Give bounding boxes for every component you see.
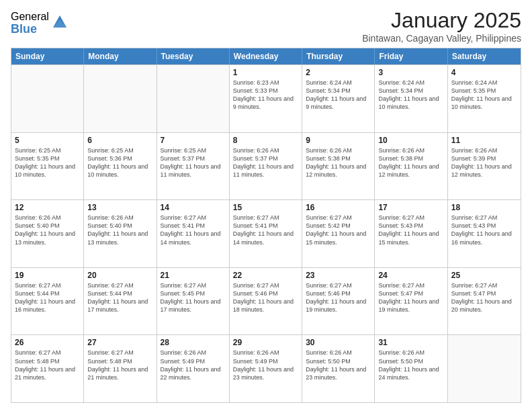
- calendar-cell: 13Sunrise: 6:26 AM Sunset: 5:40 PM Dayli…: [84, 200, 157, 267]
- header-cell-friday: Friday: [375, 48, 447, 64]
- logo-blue: Blue: [11, 23, 49, 36]
- calendar-row-4: 26Sunrise: 6:27 AM Sunset: 5:48 PM Dayli…: [11, 334, 521, 402]
- calendar-cell: 16Sunrise: 6:27 AM Sunset: 5:42 PM Dayli…: [302, 200, 375, 267]
- cell-info: Sunrise: 6:27 AM Sunset: 5:43 PM Dayligh…: [451, 214, 512, 245]
- day-number: 2: [306, 68, 371, 77]
- calendar-cell: 10Sunrise: 6:26 AM Sunset: 5:38 PM Dayli…: [375, 133, 447, 200]
- logo-general: General: [11, 11, 49, 23]
- calendar-row-1: 5Sunrise: 6:25 AM Sunset: 5:35 PM Daylig…: [11, 132, 521, 200]
- calendar-cell: 15Sunrise: 6:27 AM Sunset: 5:41 PM Dayli…: [230, 200, 302, 267]
- calendar-row-3: 19Sunrise: 6:27 AM Sunset: 5:44 PM Dayli…: [11, 267, 521, 335]
- calendar-row-2: 12Sunrise: 6:26 AM Sunset: 5:40 PM Dayli…: [11, 199, 521, 267]
- calendar-cell: 12Sunrise: 6:26 AM Sunset: 5:40 PM Dayli…: [11, 200, 84, 267]
- calendar-cell: 11Sunrise: 6:26 AM Sunset: 5:39 PM Dayli…: [448, 133, 521, 200]
- day-number: 20: [87, 271, 152, 280]
- calendar-cell: 23Sunrise: 6:27 AM Sunset: 5:46 PM Dayli…: [302, 268, 375, 335]
- cell-info: Sunrise: 6:24 AM Sunset: 5:35 PM Dayligh…: [451, 79, 512, 110]
- header-cell-monday: Monday: [84, 48, 157, 64]
- cell-info: Sunrise: 6:27 AM Sunset: 5:41 PM Dayligh…: [161, 214, 221, 245]
- calendar-cell: 6Sunrise: 6:25 AM Sunset: 5:36 PM Daylig…: [84, 133, 157, 200]
- calendar-cell: 7Sunrise: 6:25 AM Sunset: 5:37 PM Daylig…: [157, 133, 230, 200]
- day-number: 7: [161, 136, 226, 145]
- header-cell-tuesday: Tuesday: [157, 48, 230, 64]
- calendar-cell: 17Sunrise: 6:27 AM Sunset: 5:43 PM Dayli…: [375, 200, 447, 267]
- day-number: 26: [15, 338, 80, 347]
- day-number: 31: [378, 338, 443, 347]
- day-number: 10: [378, 136, 443, 145]
- cell-info: Sunrise: 6:27 AM Sunset: 5:45 PM Dayligh…: [161, 282, 221, 313]
- day-number: 12: [15, 203, 80, 212]
- day-number: 23: [306, 271, 371, 280]
- cell-info: Sunrise: 6:26 AM Sunset: 5:37 PM Dayligh…: [233, 147, 294, 178]
- day-number: 1: [233, 68, 298, 77]
- day-number: 18: [451, 203, 517, 212]
- day-number: 5: [15, 136, 80, 145]
- cell-info: Sunrise: 6:26 AM Sunset: 5:38 PM Dayligh…: [378, 147, 439, 178]
- calendar-cell: 31Sunrise: 6:26 AM Sunset: 5:50 PM Dayli…: [375, 335, 447, 402]
- calendar-cell: 20Sunrise: 6:27 AM Sunset: 5:44 PM Dayli…: [84, 268, 157, 335]
- day-number: 17: [378, 203, 443, 212]
- day-number: 22: [233, 271, 298, 280]
- day-number: 4: [451, 68, 517, 77]
- calendar-cell: [448, 335, 521, 402]
- cell-info: Sunrise: 6:26 AM Sunset: 5:50 PM Dayligh…: [306, 349, 366, 380]
- calendar-cell: 28Sunrise: 6:26 AM Sunset: 5:49 PM Dayli…: [157, 335, 230, 402]
- cell-info: Sunrise: 6:26 AM Sunset: 5:38 PM Dayligh…: [306, 147, 366, 178]
- cell-info: Sunrise: 6:27 AM Sunset: 5:42 PM Dayligh…: [306, 214, 366, 245]
- calendar-cell: 27Sunrise: 6:27 AM Sunset: 5:48 PM Dayli…: [84, 335, 157, 402]
- cell-info: Sunrise: 6:24 AM Sunset: 5:34 PM Dayligh…: [306, 79, 366, 110]
- day-number: 8: [233, 136, 298, 145]
- calendar-cell: 4Sunrise: 6:24 AM Sunset: 5:35 PM Daylig…: [448, 65, 521, 132]
- day-number: 30: [306, 338, 371, 347]
- calendar-cell: 9Sunrise: 6:26 AM Sunset: 5:38 PM Daylig…: [302, 133, 375, 200]
- calendar-cell: [11, 65, 84, 132]
- day-number: 21: [161, 271, 226, 280]
- cell-info: Sunrise: 6:26 AM Sunset: 5:49 PM Dayligh…: [233, 349, 294, 380]
- cell-info: Sunrise: 6:27 AM Sunset: 5:44 PM Dayligh…: [87, 282, 148, 313]
- cell-info: Sunrise: 6:27 AM Sunset: 5:43 PM Dayligh…: [378, 214, 439, 245]
- calendar-cell: [157, 65, 230, 132]
- cell-info: Sunrise: 6:24 AM Sunset: 5:34 PM Dayligh…: [378, 79, 439, 110]
- day-number: 6: [87, 136, 152, 145]
- header: General Blue January 2025 Bintawan, Caga…: [11, 8, 521, 44]
- month-title: January 2025: [362, 8, 521, 33]
- cell-info: Sunrise: 6:27 AM Sunset: 5:48 PM Dayligh…: [15, 349, 75, 380]
- title-area: January 2025 Bintawan, Cagayan Valley, P…: [362, 8, 521, 44]
- subtitle: Bintawan, Cagayan Valley, Philippines: [362, 33, 521, 44]
- day-number: 9: [306, 136, 371, 145]
- calendar-cell: 3Sunrise: 6:24 AM Sunset: 5:34 PM Daylig…: [375, 65, 447, 132]
- cell-info: Sunrise: 6:26 AM Sunset: 5:49 PM Dayligh…: [161, 349, 221, 380]
- cell-info: Sunrise: 6:27 AM Sunset: 5:47 PM Dayligh…: [451, 282, 512, 313]
- calendar-cell: 24Sunrise: 6:27 AM Sunset: 5:47 PM Dayli…: [375, 268, 447, 335]
- calendar-cell: 29Sunrise: 6:26 AM Sunset: 5:49 PM Dayli…: [230, 335, 302, 402]
- calendar-cell: 5Sunrise: 6:25 AM Sunset: 5:35 PM Daylig…: [11, 133, 84, 200]
- calendar-cell: 21Sunrise: 6:27 AM Sunset: 5:45 PM Dayli…: [157, 268, 230, 335]
- calendar-cell: 30Sunrise: 6:26 AM Sunset: 5:50 PM Dayli…: [302, 335, 375, 402]
- cell-info: Sunrise: 6:25 AM Sunset: 5:35 PM Dayligh…: [15, 147, 75, 178]
- calendar-cell: 22Sunrise: 6:27 AM Sunset: 5:46 PM Dayli…: [230, 268, 302, 335]
- calendar-cell: 14Sunrise: 6:27 AM Sunset: 5:41 PM Dayli…: [157, 200, 230, 267]
- page: General Blue January 2025 Bintawan, Caga…: [0, 0, 532, 411]
- cell-info: Sunrise: 6:27 AM Sunset: 5:44 PM Dayligh…: [15, 282, 75, 313]
- day-number: 28: [161, 338, 226, 347]
- day-number: 3: [378, 68, 443, 77]
- cell-info: Sunrise: 6:27 AM Sunset: 5:47 PM Dayligh…: [378, 282, 439, 313]
- cell-info: Sunrise: 6:27 AM Sunset: 5:41 PM Dayligh…: [233, 214, 294, 245]
- cell-info: Sunrise: 6:27 AM Sunset: 5:46 PM Dayligh…: [233, 282, 294, 313]
- cell-info: Sunrise: 6:26 AM Sunset: 5:39 PM Dayligh…: [451, 147, 512, 178]
- header-cell-sunday: Sunday: [11, 48, 84, 64]
- svg-marker-1: [53, 19, 66, 28]
- calendar-cell: 2Sunrise: 6:24 AM Sunset: 5:34 PM Daylig…: [302, 65, 375, 132]
- cell-info: Sunrise: 6:26 AM Sunset: 5:40 PM Dayligh…: [87, 214, 148, 245]
- day-number: 15: [233, 203, 298, 212]
- header-cell-saturday: Saturday: [448, 48, 521, 64]
- calendar-body: 1Sunrise: 6:23 AM Sunset: 5:33 PM Daylig…: [11, 64, 521, 402]
- calendar-cell: 26Sunrise: 6:27 AM Sunset: 5:48 PM Dayli…: [11, 335, 84, 402]
- cell-info: Sunrise: 6:25 AM Sunset: 5:37 PM Dayligh…: [161, 147, 221, 178]
- calendar-cell: 18Sunrise: 6:27 AM Sunset: 5:43 PM Dayli…: [448, 200, 521, 267]
- day-number: 14: [161, 203, 226, 212]
- logo-icon: [50, 13, 69, 32]
- day-number: 24: [378, 271, 443, 280]
- header-cell-wednesday: Wednesday: [230, 48, 302, 64]
- calendar-cell: 19Sunrise: 6:27 AM Sunset: 5:44 PM Dayli…: [11, 268, 84, 335]
